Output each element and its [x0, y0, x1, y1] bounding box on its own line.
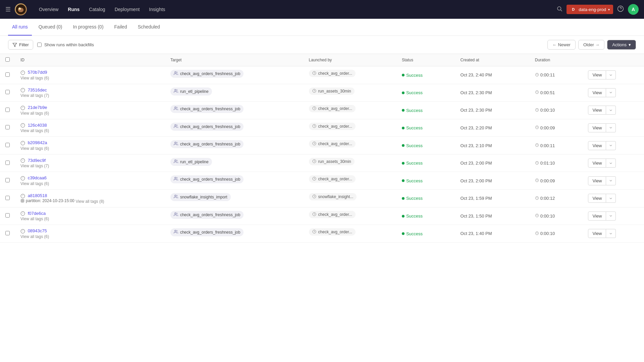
view-button[interactable]: View [588, 229, 606, 238]
nav-catalog[interactable]: Catalog [85, 5, 109, 14]
newer-button[interactable]: ← Newer [547, 40, 576, 50]
launched-chip[interactable]: check_avg_order... [309, 211, 356, 218]
run-id-link[interactable]: 570b7dd9 [28, 70, 47, 75]
view-dropdown-button[interactable] [606, 88, 616, 97]
view-button[interactable]: View [588, 88, 606, 97]
view-button[interactable]: View [588, 106, 606, 115]
launched-chip[interactable]: check_avg_order... [309, 123, 356, 130]
run-tags-link[interactable]: View all tags (7) [20, 93, 160, 98]
view-dropdown-button[interactable] [606, 106, 616, 115]
run-id-link[interactable]: 08943c75 [28, 228, 47, 233]
actions-button[interactable]: Actions ▾ [607, 40, 636, 50]
run-tags-link[interactable]: View all tags (6) [20, 146, 160, 151]
target-chip[interactable]: check_avg_orders_freshness_job [170, 140, 244, 148]
launched-chip[interactable]: snowflake_insight... [309, 193, 357, 200]
view-dropdown-button[interactable] [606, 141, 616, 150]
launched-chip[interactable]: run_assets_30min [309, 87, 355, 95]
status-badge: Success [402, 161, 423, 166]
nav-deployment[interactable]: Deployment [111, 5, 144, 14]
launched-chip[interactable]: check_avg_order... [309, 70, 356, 77]
view-button[interactable]: View [588, 176, 606, 185]
target-chip[interactable]: check_avg_orders_freshness_job [170, 228, 244, 236]
tab-scheduled[interactable]: Scheduled [134, 19, 164, 36]
target-chip[interactable]: snowflake_insights_import [170, 193, 231, 201]
run-tags-link[interactable]: View all tags (6) [20, 234, 160, 239]
workspace-selector[interactable]: D data-eng-prod ▾ [567, 5, 613, 14]
view-dropdown-button[interactable] [606, 70, 616, 79]
run-tags-link[interactable]: View all tags (6) [20, 111, 160, 116]
id-cell: c39dcaa6 View all tags (6) [15, 172, 165, 190]
run-id-link[interactable]: b209842a [28, 140, 47, 145]
run-id-link[interactable]: a8180518 [28, 193, 47, 198]
tab-all-runs[interactable]: All runs [8, 19, 32, 36]
view-dropdown-button[interactable] [606, 229, 616, 238]
view-button[interactable]: View [588, 70, 606, 79]
nav-runs[interactable]: Runs [64, 5, 84, 14]
row-checkbox-7[interactable] [5, 196, 10, 200]
target-chip[interactable]: run_etl_pipeline [170, 87, 212, 96]
timer-icon [535, 90, 539, 95]
launched-chip[interactable]: run_assets_30min [309, 158, 355, 165]
row-checkbox-3[interactable] [5, 125, 10, 129]
view-dropdown-button[interactable] [606, 123, 616, 132]
target-chip[interactable]: check_avg_orders_freshness_job [170, 123, 244, 131]
older-button[interactable]: Older → [578, 40, 604, 50]
timer-icon [535, 73, 539, 77]
row-checkbox-2[interactable] [5, 108, 10, 112]
tab-failed[interactable]: Failed [110, 19, 131, 36]
app-logo[interactable] [15, 3, 27, 15]
view-button[interactable]: View [588, 159, 606, 168]
run-tags-link[interactable]: View all tags (6) [20, 128, 160, 133]
view-button[interactable]: View [588, 141, 606, 150]
backfill-checkbox-input[interactable] [37, 43, 42, 47]
row-checkbox-5[interactable] [5, 161, 10, 165]
view-dropdown-button[interactable] [606, 212, 616, 221]
launched-chip[interactable]: check_avg_order... [309, 228, 356, 236]
view-button[interactable]: View [588, 123, 606, 132]
search-icon[interactable] [556, 6, 562, 13]
row-checkbox-6[interactable] [5, 178, 10, 182]
user-avatar[interactable]: A [628, 4, 639, 15]
backfill-checkbox-label[interactable]: Show runs within backfills [37, 42, 94, 47]
run-id-link[interactable]: f07de6ca [28, 211, 46, 216]
row-checkbox-1[interactable] [5, 90, 10, 94]
actions-cell: View [583, 189, 644, 207]
run-tags-link[interactable]: View all tags (7) [20, 164, 160, 168]
run-id-link[interactable]: 21de7b9e [28, 105, 47, 110]
target-chip[interactable]: check_avg_orders_freshness_job [170, 70, 244, 78]
clock-icon [312, 106, 316, 111]
run-id-link[interactable]: 73d9ec9f [28, 158, 46, 163]
nav-insights[interactable]: Insights [145, 5, 169, 14]
run-tags-link[interactable]: View all tags (6) [20, 181, 160, 186]
run-id-link[interactable]: 73516dec [28, 87, 47, 93]
row-checkbox-9[interactable] [5, 231, 10, 235]
hamburger-menu-icon[interactable]: ☰ [5, 6, 11, 13]
tabs-container: All runs Queued (0) In progress (0) Fail… [0, 19, 644, 36]
select-all-checkbox[interactable] [5, 57, 10, 62]
view-dropdown-button[interactable] [606, 176, 616, 185]
row-checkbox-8[interactable] [5, 213, 10, 218]
launched-chip[interactable]: check_avg_order... [309, 175, 356, 183]
run-id-link[interactable]: c39dcaa6 [28, 175, 47, 180]
target-chip[interactable]: check_avg_orders_freshness_job [170, 175, 244, 183]
run-id-link[interactable]: 126c4038 [28, 123, 47, 128]
view-button[interactable]: View [588, 212, 606, 221]
launched-chip[interactable]: check_avg_order... [309, 105, 356, 112]
view-dropdown-button[interactable] [606, 194, 616, 203]
help-icon[interactable] [617, 5, 624, 14]
tab-queued[interactable]: Queued (0) [35, 19, 66, 36]
target-chip[interactable]: check_avg_orders_freshness_job [170, 105, 244, 113]
tab-in-progress[interactable]: In progress (0) [69, 19, 108, 36]
run-tags-link[interactable]: View all tags (6) [20, 76, 160, 80]
target-chip[interactable]: run_etl_pipeline [170, 158, 212, 166]
view-dropdown-button[interactable] [606, 159, 616, 168]
run-tags-link[interactable]: View all tags (6) [20, 217, 160, 221]
launched-chip[interactable]: check_avg_order... [309, 140, 356, 147]
row-checkbox-0[interactable] [5, 72, 10, 77]
target-chip[interactable]: check_avg_orders_freshness_job [170, 211, 244, 219]
view-button[interactable]: View [588, 194, 606, 203]
nav-overview[interactable]: Overview [35, 5, 62, 14]
row-checkbox-4[interactable] [5, 143, 10, 147]
filter-button[interactable]: Filter [8, 40, 33, 50]
run-tags-link[interactable]: View all tags (8) [75, 199, 104, 204]
